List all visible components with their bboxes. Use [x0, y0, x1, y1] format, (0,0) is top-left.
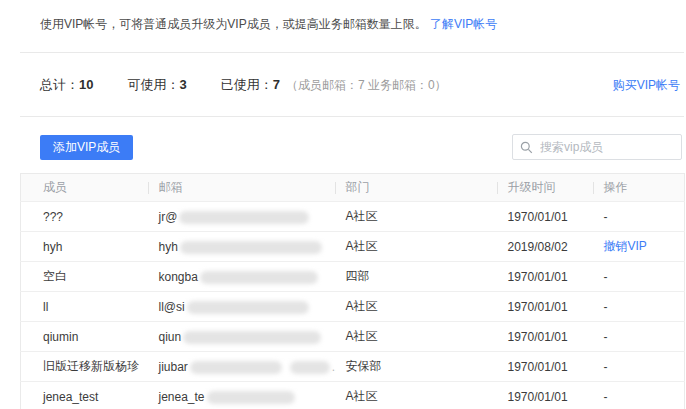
department-name: 安保部: [346, 359, 382, 373]
action-cell: -: [594, 322, 685, 352]
vip-description: 使用VIP帐号，可将普通成员升级为VIP成员，或提高业务邮箱数量上限。: [40, 17, 427, 31]
department-cell: A社区: [336, 382, 498, 409]
stat-total-label: 总计：: [40, 77, 79, 92]
stat-total-value: 10: [79, 77, 93, 92]
upgrade-time: 2019/08/02: [508, 240, 568, 254]
header-member: 成员: [21, 174, 149, 202]
upgrade-time-cell: 1970/01/01: [498, 322, 594, 352]
department-cell: A社区: [336, 202, 498, 232]
member-cell: 旧版迁移新版杨珍: [21, 352, 149, 382]
upgrade-time: 1970/01/01: [508, 270, 568, 284]
redacted-email-segment: [179, 211, 309, 224]
email-prefix: qiun: [159, 330, 182, 344]
table-row: llll@siA社区1970/01/01-: [21, 292, 685, 322]
department-cell: A社区: [336, 322, 498, 352]
header-action: 操作: [594, 174, 685, 202]
action-cell: -: [594, 292, 685, 322]
quota-stats-row: 总计：10 可使用：3 已使用：7 （成员邮箱：7 业务邮箱：0） 购买VIP帐…: [20, 53, 684, 116]
member-cell: qiumin: [21, 322, 149, 352]
action-placeholder: -: [604, 390, 608, 404]
header-department: 部门: [336, 174, 498, 202]
member-cell: jenea_test: [21, 382, 149, 409]
action-cell: -: [594, 262, 685, 292]
stat-used-label: 已使用：: [221, 77, 273, 92]
upgrade-time-cell: 1970/01/01: [498, 382, 594, 409]
redacted-email-segment: [200, 271, 318, 284]
redacted-email-segment: [180, 241, 322, 254]
member-cell: ???: [21, 202, 149, 232]
department-cell: 四部: [336, 262, 498, 292]
upgrade-time-cell: 1970/01/01: [498, 292, 594, 322]
table-row: jenea_testjenea_teA社区1970/01/01-: [21, 382, 685, 409]
table-row: 旧版迁移新版杨珍jiubar...安保部1970/01/01-: [21, 352, 685, 382]
member-cell: hyh: [21, 232, 149, 262]
email-prefix: jenea_te: [159, 390, 205, 404]
upgrade-time-cell: 1970/01/01: [498, 202, 594, 232]
stat-used: 已使用：7: [221, 76, 280, 94]
upgrade-time-cell: 1970/01/01: [498, 262, 594, 292]
buy-vip-link[interactable]: 购买VIP帐号: [613, 77, 680, 94]
redacted-email-segment: [183, 331, 321, 344]
stat-available-value: 3: [179, 77, 186, 92]
action-placeholder: -: [604, 360, 608, 374]
department-cell: A社区: [336, 232, 498, 262]
action-cell: -: [594, 352, 685, 382]
email-prefix: hyh: [159, 240, 178, 254]
upgrade-time-cell: 1970/01/01: [498, 352, 594, 382]
stat-total: 总计：10: [40, 76, 93, 94]
upgrade-time: 1970/01/01: [508, 330, 568, 344]
learn-vip-link[interactable]: 了解VIP帐号: [430, 17, 497, 31]
divider: [20, 116, 684, 117]
email-prefix: jr@: [159, 210, 178, 224]
member-cell: 空白: [21, 262, 149, 292]
department-name: 四部: [346, 269, 370, 283]
email-prefix: ll@si: [159, 300, 185, 314]
vip-table-body: ???jr@A社区1970/01/01-hyhhyhA社区2019/08/02撤…: [21, 202, 685, 409]
vip-description-row: 使用VIP帐号，可将普通成员升级为VIP成员，或提高业务邮箱数量上限。 了解VI…: [20, 0, 684, 52]
table-row: ???jr@A社区1970/01/01-: [21, 202, 685, 232]
department-name: A社区: [346, 209, 378, 223]
member-name: ll: [43, 300, 48, 314]
stat-available: 可使用：3: [127, 76, 186, 94]
action-placeholder: -: [604, 210, 608, 224]
action-placeholder: -: [604, 300, 608, 314]
redacted-email-segment: [190, 361, 282, 374]
email-cell: hyh: [149, 232, 336, 262]
email-prefix: jiubar: [159, 360, 188, 374]
department-name: A社区: [346, 299, 378, 313]
vip-members-table: 成员 邮箱 部门 升级时间 操作 ???jr@A社区1970/01/01-hyh…: [20, 173, 685, 409]
header-email: 邮箱: [149, 174, 336, 202]
member-cell: ll: [21, 292, 149, 322]
email-cell: kongba: [149, 262, 336, 292]
email-cell: qiun: [149, 322, 336, 352]
email-ellipsis: ...: [332, 360, 336, 374]
action-cell: -: [594, 382, 685, 409]
action-cell: -: [594, 202, 685, 232]
upgrade-time: 1970/01/01: [508, 300, 568, 314]
search-input[interactable]: [512, 134, 682, 160]
email-cell: jr@: [149, 202, 336, 232]
search-box: [512, 134, 682, 160]
member-name: 空白: [43, 269, 67, 283]
header-upgrade-time: 升级时间: [498, 174, 594, 202]
redacted-email-segment: [207, 391, 295, 404]
department-cell: 安保部: [336, 352, 498, 382]
table-row: qiuminqiunA社区1970/01/01-: [21, 322, 685, 352]
stat-used-value: 7: [273, 77, 280, 92]
member-name: qiumin: [43, 330, 78, 344]
email-cell: jiubar...: [149, 352, 336, 382]
upgrade-time: 1970/01/01: [508, 210, 568, 224]
upgrade-time-cell: 2019/08/02: [498, 232, 594, 262]
stat-used-detail: （成员邮箱：7 业务邮箱：0）: [286, 77, 447, 94]
redacted-email-segment: [290, 361, 330, 374]
revoke-vip-link[interactable]: 撤销VIP: [604, 239, 647, 253]
upgrade-time: 1970/01/01: [508, 360, 568, 374]
table-toolbar: 添加VIP成员: [20, 134, 684, 160]
member-name: hyh: [43, 240, 62, 254]
table-row: 空白kongba四部1970/01/01-: [21, 262, 685, 292]
department-name: A社区: [346, 239, 378, 253]
add-vip-member-button[interactable]: 添加VIP成员: [40, 135, 133, 160]
member-name: ???: [43, 210, 63, 224]
department-cell: A社区: [336, 292, 498, 322]
email-cell: ll@si: [149, 292, 336, 322]
